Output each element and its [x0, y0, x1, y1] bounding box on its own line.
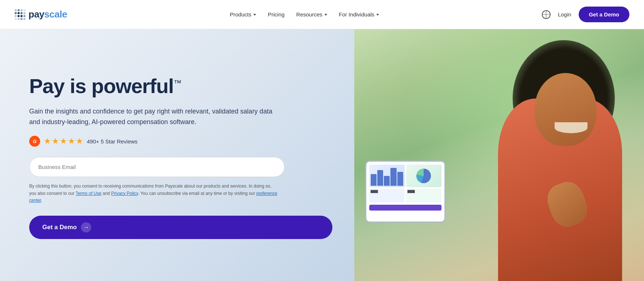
hero-image: ████ ████: [354, 29, 644, 281]
login-link[interactable]: Login: [558, 11, 571, 18]
star-1: ★: [44, 137, 51, 145]
star-4: ★: [68, 137, 75, 145]
logo-icon: [15, 9, 26, 20]
tablet: ████ ████: [365, 161, 446, 223]
nav-products[interactable]: Products: [230, 11, 256, 18]
hero-demo-button[interactable]: Get a Demo →: [29, 216, 332, 239]
navbar: payscale Products Pricing Resources For …: [0, 0, 644, 29]
privacy-link[interactable]: Privacy Policy: [111, 191, 138, 196]
individuals-chevron-icon: [376, 14, 379, 16]
logo[interactable]: payscale: [15, 9, 67, 20]
navbar-right: Login Get a Demo: [542, 7, 629, 22]
nav-resources[interactable]: Resources: [296, 11, 327, 18]
star-2: ★: [52, 137, 59, 145]
nav-demo-button[interactable]: Get a Demo: [579, 7, 629, 22]
hero-figure: ████ ████: [354, 29, 644, 281]
reviews-text: 490+ 5 Star Reviews: [87, 138, 138, 145]
nav-for-individuals[interactable]: For Individuals: [339, 11, 379, 18]
navbar-center: Products Pricing Resources For Individua…: [230, 11, 379, 18]
pie-circle: [416, 169, 431, 183]
email-row: [29, 157, 332, 177]
resources-chevron-icon: [324, 14, 327, 16]
face-shape: [535, 73, 597, 146]
tablet-screen: ████ ████: [366, 162, 444, 222]
nav-pricing[interactable]: Pricing: [268, 11, 285, 18]
hero-section: Pay is powerful™ Gain the insights and c…: [0, 29, 644, 281]
terms-link[interactable]: Terms of Use: [76, 191, 101, 196]
tablet-data-cell-2: ████: [406, 189, 441, 202]
navbar-left: payscale: [15, 9, 67, 20]
tablet-pie-chart: [406, 165, 441, 187]
hero-subtitle: Gain the insights and confidence to get …: [29, 106, 277, 127]
tablet-data-cell-1: ████: [369, 189, 405, 202]
globe-icon[interactable]: [542, 10, 551, 19]
star-3: ★: [60, 137, 67, 145]
products-chevron-icon: [253, 14, 256, 16]
chart-bar-3: [384, 176, 390, 186]
consent-text: By clicking this button, you consent to …: [29, 183, 277, 204]
reviews-row: G ★ ★ ★ ★ ★ 490+ 5 Star Reviews: [29, 136, 332, 147]
logo-text: payscale: [28, 9, 67, 20]
tablet-cta-button: [369, 205, 441, 211]
logo-pay: pay: [28, 9, 44, 20]
chart-bar-5: [397, 172, 403, 186]
star-5: ★: [76, 137, 83, 145]
logo-scale: scale: [44, 9, 67, 20]
tablet-chart: [369, 165, 405, 187]
g2-badge: G: [29, 136, 40, 147]
chart-bar-1: [371, 174, 377, 186]
star-rating: ★ ★ ★ ★ ★: [44, 137, 83, 145]
hero-content: Pay is powerful™ Gain the insights and c…: [0, 29, 354, 281]
smile-highlight: [555, 122, 587, 133]
arrow-icon: →: [81, 222, 91, 232]
email-input[interactable]: [29, 157, 285, 177]
hero-title: Pay is powerful™: [29, 75, 332, 97]
chart-bar-2: [377, 170, 383, 186]
chart-bar-4: [390, 168, 396, 186]
